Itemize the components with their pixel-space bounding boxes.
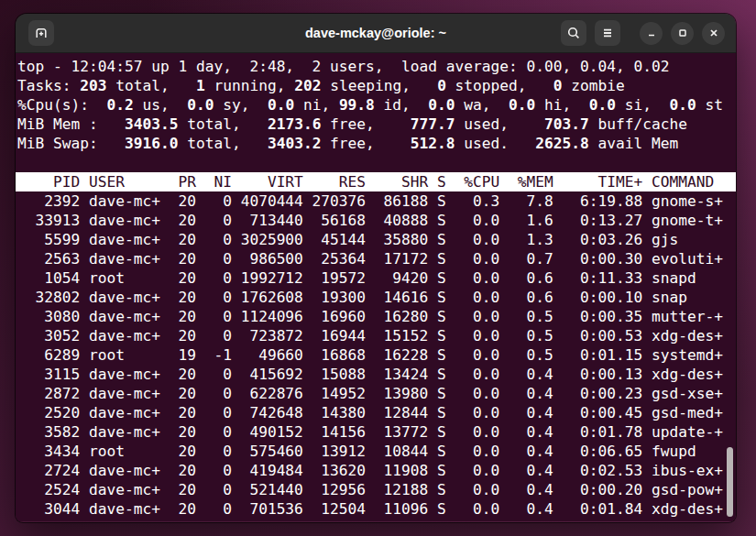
terminal-output[interactable]: top - 12:04:57 up 1 day, 2:48, 2 users, …: [16, 53, 736, 521]
minimize-icon: [644, 26, 659, 40]
summary-line: MiB Mem : 3403.5 total, 2173.6 free, 777…: [16, 115, 736, 134]
summary-line: Tasks: 203 total, 1 running, 202 sleepin…: [16, 76, 736, 95]
process-row: 2392 dave-mc+ 20 0 4070444 270376 86188 …: [16, 191, 736, 211]
process-row: 33913 dave-mc+ 20 0 713440 56168 40888 S…: [16, 211, 736, 230]
scrollbar-thumb[interactable]: [727, 447, 733, 517]
process-row: 3044 dave-mc+ 20 0 701536 12504 11096 S …: [16, 499, 736, 519]
summary-line: MiB Swap: 3916.0 total, 3403.2 free, 512…: [16, 134, 736, 153]
process-row: 2872 dave-mc+ 20 0 622876 14952 13980 S …: [16, 384, 736, 403]
process-row: 2724 dave-mc+ 20 0 419484 13620 11908 S …: [16, 461, 736, 480]
blank-line: [16, 153, 736, 172]
process-row: 3582 dave-mc+ 20 0 490152 14156 13772 S …: [16, 422, 736, 442]
top-output: top - 12:04:57 up 1 day, 2:48, 2 users, …: [16, 57, 736, 519]
hamburger-menu-icon: [600, 26, 615, 40]
process-row: 5599 dave-mc+ 20 0 3025900 45144 35880 S…: [16, 230, 736, 249]
process-row: 6289 root 19 -1 49660 16868 16228 S 0.0 …: [16, 345, 736, 365]
menu-button[interactable]: [595, 20, 620, 46]
process-row: 32802 dave-mc+ 20 0 1762608 19300 14616 …: [16, 288, 736, 307]
close-button[interactable]: [702, 22, 725, 45]
maximize-button[interactable]: [671, 22, 694, 45]
titlebar[interactable]: dave-mckay@oriole: ~: [16, 14, 736, 53]
search-button[interactable]: [561, 20, 586, 46]
table-header-row: PID USER PR NI VIRT RES SHR S %CPU %MEM …: [16, 172, 736, 191]
close-icon: [707, 26, 721, 40]
minimize-button[interactable]: [640, 22, 663, 45]
summary-line: %Cpu(s): 0.2 us, 0.0 sy, 0.0 ni, 99.8 id…: [16, 95, 736, 115]
process-row: 3434 root 20 0 575460 13912 10844 S 0.0 …: [16, 442, 736, 461]
summary-line: top - 12:04:57 up 1 day, 2:48, 2 users, …: [16, 57, 736, 76]
process-row: 3115 dave-mc+ 20 0 415692 15088 13424 S …: [16, 365, 736, 384]
new-tab-button[interactable]: [28, 20, 54, 46]
process-row: 3052 dave-mc+ 20 0 723872 16944 15152 S …: [16, 326, 736, 345]
new-tab-icon: [34, 26, 49, 40]
maximize-icon: [675, 26, 690, 40]
terminal-window: dave-mckay@oriole: ~: [16, 14, 736, 522]
process-row: 1054 root 20 0 1992712 19572 9420 S 0.0 …: [16, 268, 736, 288]
process-row: 2520 dave-mc+ 20 0 742648 14380 12844 S …: [16, 403, 736, 422]
process-row: 2563 dave-mc+ 20 0 986500 25364 17172 S …: [16, 249, 736, 268]
search-icon: [566, 26, 581, 40]
process-row: 3080 dave-mc+ 20 0 1124096 16960 16280 S…: [16, 307, 736, 326]
process-row: 2524 dave-mc+ 20 0 521440 12956 12188 S …: [16, 480, 736, 499]
